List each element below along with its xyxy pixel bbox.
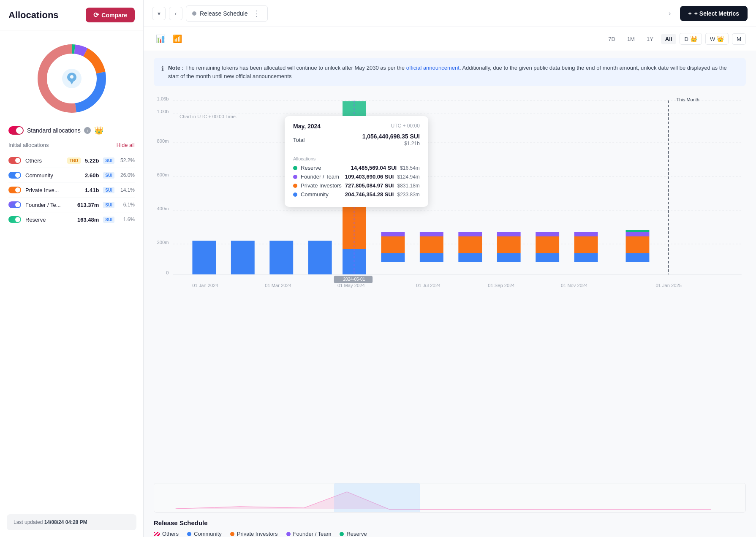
others-legend-stripe [154, 532, 160, 536]
hide-all-button[interactable]: Hide all [117, 142, 135, 148]
donut-chart-section [0, 30, 143, 122]
private-color-dot [293, 184, 297, 188]
last-updated-section: Last updated 14/08/24 04:28 PM [7, 514, 136, 530]
private-legend-dot [230, 532, 234, 536]
tooltip-total-row: Total 1,056,440,698.35 SUI $1.21b [293, 133, 420, 151]
sui-badge-4: SUI [103, 202, 114, 208]
official-announcement-link[interactable]: official announcement [406, 65, 460, 71]
svg-rect-47 [458, 236, 482, 253]
svg-rect-46 [458, 253, 482, 262]
list-item: Founder / Te... 613.37m SUI 6.1% [8, 198, 135, 212]
founder-toggle[interactable] [8, 201, 21, 208]
release-schedule-tab[interactable]: Release Schedule ⋮ [186, 5, 268, 22]
svg-rect-31 [192, 241, 216, 274]
tbd-badge: TBD [67, 157, 81, 164]
tooltip-total-right: 1,056,440,698.35 SUI $1.21b [362, 133, 420, 146]
svg-text:1.06b: 1.06b [157, 96, 169, 101]
release-schedule-bottom-label: Release Schedule [154, 519, 746, 526]
svg-rect-34 [308, 241, 332, 274]
community-pct: 26.0% [119, 172, 135, 178]
private-inv-amount: 1.41b [85, 187, 99, 193]
community-color-dot [293, 193, 297, 197]
note-label: Note : [168, 65, 185, 71]
period-m-button[interactable]: M [732, 33, 746, 45]
svg-rect-33 [269, 241, 293, 274]
period-d-button[interactable]: D 👑 [680, 33, 702, 45]
tooltip-founder-usd: $124.94m [397, 174, 419, 180]
compare-button[interactable]: ⟳ Compare [86, 8, 135, 22]
others-legend-label: Others [162, 531, 179, 537]
legend-item-private: Private Investors [230, 531, 278, 537]
nav-left-arrow[interactable]: ‹ [169, 7, 182, 20]
list-item: Reserve 163.48m SUI 1.6% [8, 212, 135, 227]
founder-color-dot [293, 175, 297, 179]
reserve-amount: 163.48m [77, 217, 99, 223]
alloc-list-section: Initial allocations Hide all Others TBD … [0, 142, 143, 507]
reserve-legend-label: Reserve [346, 531, 367, 537]
svg-rect-56 [574, 236, 598, 253]
time-7d-button[interactable]: 7D [604, 34, 620, 44]
tooltip-alloc-section-label: Allocations [293, 156, 420, 161]
alloc-list-header: Initial allocations Hide all [8, 142, 135, 148]
info-icon[interactable]: i [84, 127, 91, 134]
founder-amount: 613.37m [77, 202, 99, 208]
nav-right-arrow[interactable]: › [663, 7, 677, 20]
list-item: Others TBD 5.22b SUI 52.2% [8, 153, 135, 168]
time-1m-button[interactable]: 1M [623, 34, 639, 44]
reserve-color-dot [293, 166, 297, 170]
founder-legend-label: Founder / Team [293, 531, 332, 537]
others-toggle[interactable] [8, 157, 21, 164]
svg-rect-61 [626, 230, 650, 232]
private-inv-pct: 14.1% [119, 187, 135, 193]
others-pct: 52.2% [119, 157, 135, 163]
mini-chart[interactable] [154, 483, 746, 513]
nav-down-arrow[interactable]: ▾ [152, 7, 166, 20]
standard-alloc-toggle[interactable] [8, 126, 24, 135]
sui-badge: SUI [103, 157, 114, 164]
top-nav: ▾ ‹ Release Schedule ⋮ › + + Select Metr… [144, 0, 756, 27]
tab-more-icon[interactable]: ⋮ [251, 8, 261, 19]
others-name: Others [25, 157, 63, 164]
svg-text:01 Jul 2024: 01 Jul 2024 [416, 283, 441, 288]
main-chart: This Month 1.06b 1.00b 800m 600m 400m 20… [154, 93, 746, 304]
svg-rect-42 [381, 232, 405, 236]
note-box: ℹ Note : The remaining tokens has been a… [154, 58, 746, 86]
chart-tooltip: May, 2024 UTC + 00:00 Total 1,056,440,69… [285, 116, 428, 207]
list-item: Private Inve... 1.41b SUI 14.1% [8, 183, 135, 198]
right-panel: ▾ ‹ Release Schedule ⋮ › + + Select Metr… [144, 0, 756, 537]
release-schedule-label: Release Schedule [200, 10, 248, 17]
tooltip-founder-name: Founder / Team [301, 174, 342, 180]
svg-rect-48 [458, 232, 482, 236]
legend-item-community: Community [187, 531, 222, 537]
time-all-button[interactable]: All [661, 34, 677, 44]
chart-type-line-icon[interactable]: 📊 [154, 32, 167, 46]
founder-pct: 6.1% [119, 202, 135, 208]
legend-item-reserve: Reserve [340, 531, 367, 537]
tooltip-alloc-item: Reserve 14,485,569.04 SUI $16.54m [293, 165, 420, 171]
svg-text:1.00b: 1.00b [157, 109, 169, 114]
chart-container: This Month 1.06b 1.00b 800m 600m 400m 20… [144, 93, 756, 483]
private-inv-toggle[interactable] [8, 187, 21, 193]
page-title: Allocations [8, 10, 59, 21]
svg-rect-51 [497, 232, 521, 236]
reserve-pct: 1.6% [119, 217, 135, 222]
community-toggle[interactable] [8, 172, 21, 179]
tooltip-private-values: 727,805,084.97 SUI $831.18m [345, 182, 420, 189]
crown-d-icon: 👑 [690, 35, 697, 42]
tooltip-private-usd: $831.18m [397, 183, 419, 189]
compare-icon: ⟳ [93, 11, 99, 19]
reserve-toggle[interactable] [8, 216, 21, 223]
tooltip-date: May, 2024 [293, 123, 321, 130]
chart-type-bar-icon[interactable]: 📶 [171, 32, 184, 46]
tooltip-founder-values: 109,403,690.06 SUI $124.94m [345, 174, 420, 180]
tooltip-private-name: Private Investors [301, 182, 342, 189]
select-metrics-button[interactable]: + + Select Metrics [680, 6, 748, 21]
standard-alloc-row: Standard allocations i 👑 [0, 122, 143, 142]
svg-rect-49 [497, 253, 521, 262]
tab-dot [192, 11, 196, 16]
time-1y-button[interactable]: 1Y [642, 34, 658, 44]
last-updated-value: 14/08/24 04:28 PM [44, 519, 87, 525]
legend-item-founder: Founder / Team [286, 531, 332, 537]
period-w-button[interactable]: W 👑 [705, 33, 729, 45]
initial-alloc-label: Initial allocations [8, 142, 49, 148]
